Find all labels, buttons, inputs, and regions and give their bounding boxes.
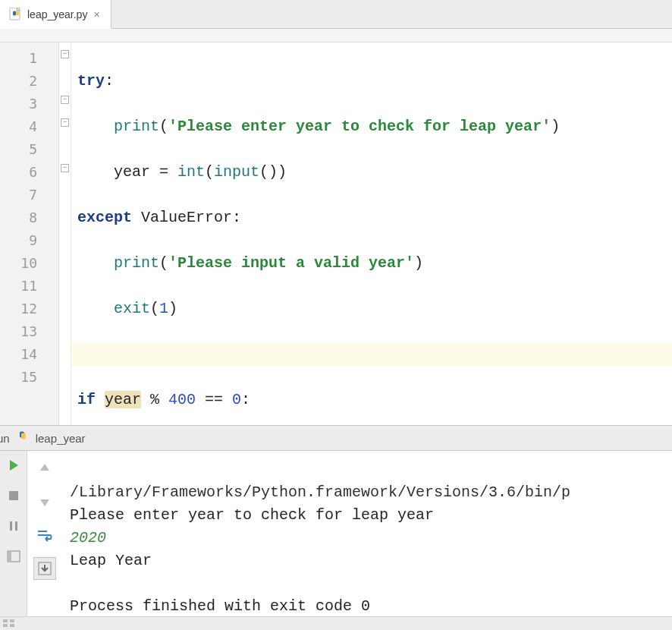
string-literal: 'Please input a valid year' (168, 254, 414, 272)
line-number: 2 (0, 70, 58, 93)
run-panel: /Library/Frameworks/Python.framework/Ver… (0, 451, 672, 616)
soft-wrap-icon[interactable] (33, 524, 56, 547)
pause-output-button[interactable] (4, 516, 24, 536)
file-tab-label: leap_year.py (27, 8, 87, 20)
builtin-fn: print (114, 118, 159, 135)
builtin-fn: input (214, 163, 259, 181)
number-literal: 400 (168, 391, 196, 408)
line-number: 6 (0, 161, 58, 184)
svg-rect-3 (15, 521, 17, 531)
keyword: if (77, 391, 96, 408)
line-number: 7 (0, 184, 58, 206)
console-user-input: 2020 (70, 529, 106, 547)
svg-rect-10 (10, 624, 14, 627)
svg-rect-2 (10, 521, 12, 531)
line-number: 15 (0, 366, 58, 389)
builtin-fn: print (114, 254, 159, 272)
line-number: 8 (0, 206, 58, 229)
down-stack-icon[interactable] (33, 490, 56, 513)
line-number-gutter: 1 2 3 4 5 6 7 8 9 10 11 12 13 14 15 (0, 43, 59, 425)
builtin-fn: exit (114, 300, 150, 317)
op: == (196, 391, 232, 408)
punct: : (232, 209, 241, 226)
console-output[interactable]: /Library/Frameworks/Python.framework/Ver… (62, 451, 672, 616)
line-number: 14 (0, 343, 58, 366)
fold-toggle-icon[interactable]: − (61, 118, 69, 127)
svg-rect-8 (3, 624, 8, 627)
rerun-button[interactable] (4, 455, 24, 475)
run-config-name: leap_year (36, 432, 86, 445)
file-tab[interactable]: leap_year.py × (0, 0, 111, 29)
code-area[interactable]: try: print('Please enter year to check f… (71, 43, 672, 425)
string-literal: 'Please enter year to check for leap yea… (168, 118, 551, 135)
python-run-icon (16, 430, 30, 446)
svg-rect-1 (9, 491, 18, 500)
interpreter-path: /Library/Frameworks/Python.framework/Ver… (70, 484, 570, 501)
stop-button[interactable] (4, 486, 24, 506)
status-bar (0, 616, 672, 630)
line-number: 3 (0, 93, 58, 115)
line-number: 9 (0, 229, 58, 252)
editor-tabbar: leap_year.py × (0, 0, 672, 29)
structure-icon[interactable] (3, 619, 15, 628)
punct: : (241, 391, 250, 408)
keyword: try (77, 72, 105, 90)
run-panel-header[interactable]: un leap_year (0, 425, 672, 451)
fold-toggle-icon[interactable]: − (61, 50, 69, 58)
run-toolbar-left (0, 451, 27, 616)
punct: : (105, 72, 114, 90)
line-number: 4 (0, 115, 58, 138)
code-editor[interactable]: 1 2 3 4 5 6 7 8 9 10 11 12 13 14 15 − − … (0, 43, 672, 425)
run-toolbar-nav (27, 451, 62, 616)
svg-rect-5 (8, 551, 11, 562)
line-number: 10 (0, 252, 58, 275)
line-number: 5 (0, 138, 58, 161)
fold-end-icon[interactable]: − (61, 164, 69, 172)
line-number: 13 (0, 320, 58, 343)
console-exit-line: Process finished with exit code 0 (70, 597, 370, 615)
line-number: 1 (0, 47, 58, 70)
exception-class: ValueError (141, 209, 232, 226)
builtin-fn: int (177, 163, 205, 181)
number-literal: 0 (232, 391, 241, 408)
console-line: Please enter year to check for leap year (70, 506, 434, 524)
scroll-to-end-icon[interactable] (33, 557, 56, 580)
python-file-icon (9, 8, 23, 21)
up-stack-icon[interactable] (33, 457, 56, 480)
svg-rect-9 (10, 619, 14, 622)
variable-highlighted: year (105, 391, 141, 408)
run-label-prefix: un (0, 432, 10, 445)
line-number: 12 (0, 298, 58, 320)
svg-rect-7 (3, 619, 8, 622)
layout-button[interactable] (4, 547, 24, 566)
breadcrumb-strip (0, 29, 672, 43)
assignment: year = (114, 163, 177, 181)
op: % (141, 391, 168, 408)
current-line-highlight (71, 343, 672, 366)
console-line: Leap Year (70, 552, 152, 569)
keyword: except (77, 209, 132, 226)
close-icon[interactable]: × (92, 8, 101, 20)
line-number: 11 (0, 275, 58, 298)
number-literal: 1 (159, 300, 168, 317)
fold-gutter: − − − − (59, 43, 71, 425)
fold-end-icon[interactable]: − (61, 96, 69, 104)
